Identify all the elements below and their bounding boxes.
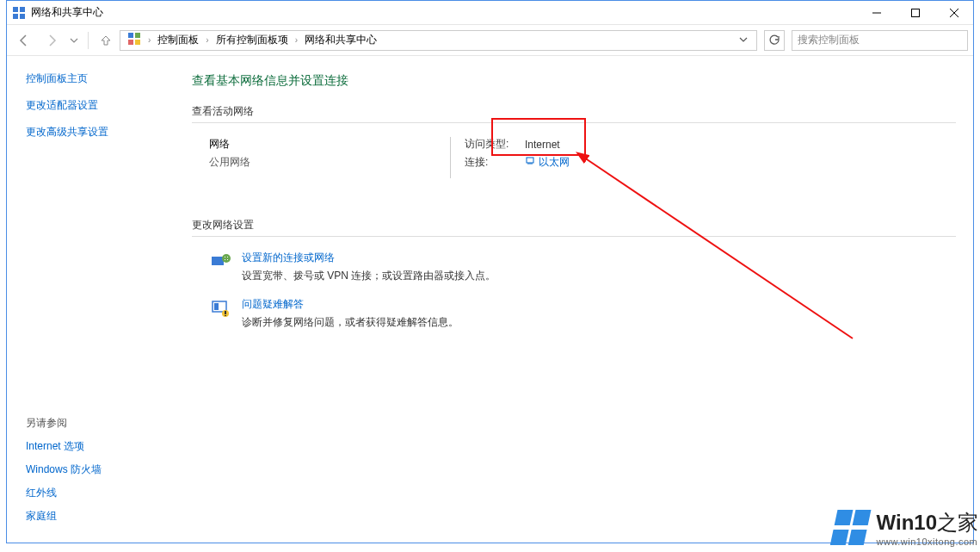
content-area: 查看基本网络信息并设置连接 查看活动网络 网络 公用网络 访问类型: Inter… — [175, 56, 973, 543]
back-button[interactable] — [12, 28, 36, 53]
troubleshoot-icon — [209, 297, 233, 321]
ethernet-icon — [525, 156, 535, 169]
refresh-button[interactable] — [764, 30, 785, 51]
svg-rect-11 — [135, 40, 140, 45]
breadcrumb[interactable]: › 控制面板 › 所有控制面板项 › 网络和共享中心 — [120, 30, 757, 51]
connection-value: 以太网 — [539, 155, 570, 170]
svg-rect-9 — [135, 33, 140, 38]
active-network-row: 网络 公用网络 访问类型: Internet 连接: — [192, 137, 956, 178]
svg-rect-21 — [224, 257, 229, 259]
svg-rect-26 — [225, 315, 226, 316]
see-also-infrared[interactable]: 红外线 — [26, 486, 164, 500]
sidebar-link-sharing[interactable]: 更改高级共享设置 — [26, 125, 164, 140]
svg-rect-25 — [225, 311, 226, 314]
minimize-button[interactable] — [857, 1, 896, 24]
svg-rect-17 — [212, 257, 224, 265]
close-button[interactable] — [934, 1, 973, 24]
breadcrumb-item[interactable]: 控制面板 — [154, 33, 202, 47]
chevron-right-icon: › — [293, 35, 299, 45]
new-connection-icon — [209, 251, 233, 275]
maximize-button[interactable] — [896, 1, 934, 24]
network-name: 网络 — [209, 137, 450, 152]
connection-label: 连接: — [465, 155, 525, 170]
titlebar: 网络和共享中心 — [7, 1, 973, 25]
svg-rect-3 — [20, 14, 25, 19]
up-button[interactable] — [96, 30, 116, 51]
chevron-right-icon: › — [204, 35, 210, 45]
see-also-homegroup[interactable]: 家庭组 — [26, 509, 164, 524]
divider — [192, 236, 956, 237]
recent-dropdown[interactable] — [67, 28, 81, 53]
network-type: 公用网络 — [209, 155, 450, 170]
access-type-value: Internet — [525, 139, 560, 151]
app-icon — [12, 6, 26, 20]
divider — [192, 122, 956, 123]
see-also-firewall[interactable]: Windows 防火墙 — [26, 462, 164, 477]
breadcrumb-item[interactable]: 所有控制面板项 — [213, 33, 292, 47]
breadcrumb-item[interactable]: 网络和共享中心 — [301, 33, 380, 47]
access-type-label: 访问类型: — [465, 137, 525, 152]
sidebar: 控制面板主页 更改适配器设置 更改高级共享设置 另请参阅 Internet 选项… — [7, 56, 175, 543]
search-placeholder: 搜索控制面板 — [798, 33, 860, 47]
sidebar-home-link[interactable]: 控制面板主页 — [26, 71, 164, 86]
svg-rect-8 — [128, 33, 133, 38]
option-troubleshoot-link[interactable]: 问题疑难解答 — [242, 297, 459, 312]
svg-rect-1 — [20, 7, 25, 12]
see-also-internet-options[interactable]: Internet 选项 — [26, 439, 164, 454]
breadcrumb-dropdown[interactable] — [734, 34, 753, 47]
svg-rect-0 — [13, 7, 18, 12]
page-heading: 查看基本网络信息并设置连接 — [192, 73, 956, 89]
forward-button[interactable] — [40, 28, 64, 53]
vertical-divider — [450, 137, 451, 178]
navbar: › 控制面板 › 所有控制面板项 › 网络和共享中心 搜索控制面板 — [7, 25, 973, 56]
chevron-right-icon: › — [146, 35, 152, 45]
svg-rect-10 — [128, 40, 133, 45]
svg-rect-2 — [13, 14, 18, 19]
sidebar-link-adapter[interactable]: 更改适配器设置 — [26, 98, 164, 113]
svg-rect-23 — [214, 303, 219, 310]
window-title: 网络和共享中心 — [31, 5, 103, 20]
search-input[interactable]: 搜索控制面板 — [792, 30, 968, 51]
option-new-connection: 设置新的连接或网络 设置宽带、拨号或 VPN 连接；或设置路由器或接入点。 — [192, 251, 956, 283]
svg-rect-5 — [911, 9, 919, 16]
option-new-connection-link[interactable]: 设置新的连接或网络 — [242, 251, 496, 265]
option-troubleshoot-desc: 诊断并修复网络问题，或者获得疑难解答信息。 — [242, 315, 459, 330]
connection-link[interactable]: 以太网 — [525, 155, 570, 170]
change-settings-header: 更改网络设置 — [192, 218, 956, 233]
svg-rect-12 — [527, 158, 533, 163]
option-new-connection-desc: 设置宽带、拨号或 VPN 连接；或设置路由器或接入点。 — [242, 269, 496, 283]
breadcrumb-icon[interactable] — [124, 32, 145, 48]
active-networks-header: 查看活动网络 — [192, 104, 956, 119]
see-also-header: 另请参阅 — [26, 416, 164, 431]
option-troubleshoot: 问题疑难解答 诊断并修复网络问题，或者获得疑难解答信息。 — [192, 297, 956, 330]
